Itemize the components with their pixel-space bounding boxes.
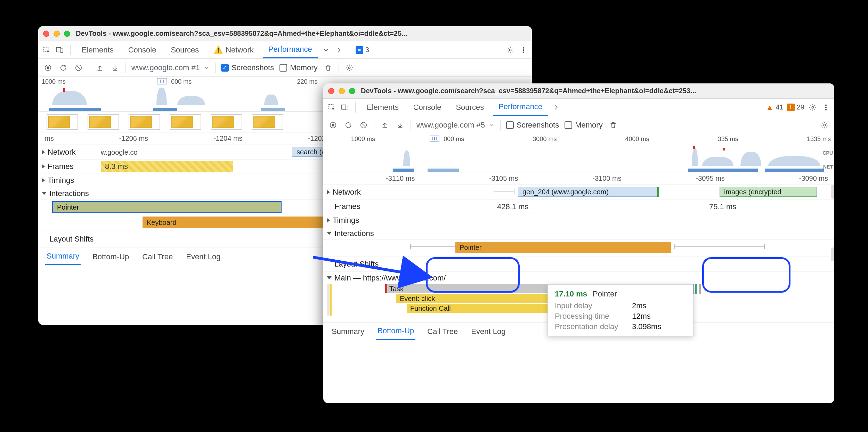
close-icon[interactable] — [43, 31, 49, 37]
more-tabs-icon[interactable] — [551, 103, 561, 112]
svg-point-10 — [348, 67, 350, 69]
settings-icon[interactable] — [505, 45, 515, 55]
kebab-icon[interactable] — [519, 45, 528, 55]
memory-checkbox[interactable]: Memory — [565, 121, 602, 130]
interaction-pointer-row[interactable]: Pointer — [323, 240, 834, 256]
btab-bottom-up[interactable]: Bottom-Up — [376, 323, 415, 340]
disclosure-icon[interactable] — [327, 276, 332, 279]
tab-elements[interactable]: Elements — [361, 99, 404, 116]
overflow-tabs-icon[interactable] — [321, 45, 331, 55]
disclosure-icon[interactable] — [42, 192, 47, 195]
message-icon: = — [356, 46, 363, 54]
tab-network[interactable]: ⚠️Network — [208, 41, 259, 58]
track-main-header[interactable]: Main — https://www.google.com/ — [323, 272, 834, 284]
btab-event-log[interactable]: Event Log — [185, 248, 222, 265]
disclosure-icon[interactable] — [42, 164, 45, 169]
marker-icon — [693, 146, 695, 149]
upload-icon[interactable] — [380, 120, 390, 130]
more-tabs-icon[interactable] — [334, 45, 344, 55]
disclosure-icon[interactable] — [327, 232, 332, 235]
btab-summary[interactable]: Summary — [330, 323, 366, 340]
interaction-pointer-pill[interactable]: Pointer — [52, 201, 282, 213]
filmstrip-frame[interactable] — [211, 114, 242, 130]
reload-record-icon[interactable] — [343, 120, 353, 130]
interaction-keyboard-pill[interactable]: Keyboard — [143, 217, 334, 228]
overview-minimap[interactable]: 1000 ms 000 ms 3000 ms 4000 ms 335 ms 13… — [323, 134, 834, 172]
filmstrip-frame[interactable] — [88, 114, 119, 130]
download-icon[interactable] — [395, 120, 405, 130]
recording-select[interactable]: www.google.com #5 — [416, 121, 495, 130]
btab-bottom-up[interactable]: Bottom-Up — [91, 248, 130, 265]
performance-toolbar: www.google.com #5 Screenshots Memory — [323, 116, 834, 134]
btab-call-tree[interactable]: Call Tree — [141, 248, 174, 265]
inspect-icon[interactable] — [42, 45, 51, 55]
device-toggle-icon[interactable] — [340, 103, 350, 112]
track-network[interactable]: Network gen_204 (www.google.com) images … — [323, 185, 834, 199]
titlebar[interactable]: DevTools - www.google.com/search?sca_esv… — [323, 83, 834, 99]
errors-badge[interactable]: ! 29 — [787, 103, 804, 111]
tab-elements[interactable]: Elements — [76, 41, 119, 58]
trash-icon[interactable] — [608, 120, 618, 130]
viewport-handle[interactable] — [430, 136, 439, 142]
zoom-icon[interactable] — [349, 88, 355, 94]
track-interactions-header[interactable]: Interactions — [323, 227, 834, 240]
trash-icon[interactable] — [323, 63, 333, 73]
btab-summary[interactable]: Summary — [45, 248, 81, 265]
interaction-pointer-pill[interactable]: Pointer — [455, 242, 671, 253]
clear-icon[interactable] — [74, 63, 83, 73]
disclosure-icon[interactable] — [42, 178, 45, 183]
filmstrip-frame[interactable] — [170, 114, 201, 130]
recording-select[interactable]: www.google.com #1 — [131, 63, 210, 72]
network-pill[interactable]: images (encrypted — [720, 187, 817, 197]
reload-record-icon[interactable] — [58, 63, 68, 73]
panel-tabs: Elements Console Sources Performance ▲ 4… — [323, 99, 834, 116]
frames-bar[interactable]: 8.3 ms — [101, 161, 233, 172]
tab-performance[interactable]: Performance — [263, 41, 318, 58]
warnings-badge[interactable]: ▲ 41 — [766, 103, 784, 111]
track-frames[interactable]: Frames 428.1 ms 75.1 ms — [323, 199, 834, 213]
viewport-handle[interactable] — [157, 78, 167, 84]
device-toggle-icon[interactable] — [55, 45, 65, 55]
tab-sources[interactable]: Sources — [450, 99, 489, 116]
capture-settings-icon[interactable] — [344, 63, 354, 73]
record-button[interactable] — [43, 63, 53, 73]
capture-settings-icon[interactable] — [820, 120, 829, 130]
inspect-icon[interactable] — [327, 103, 336, 112]
disclosure-icon[interactable] — [42, 150, 45, 155]
gutter-stripe — [330, 284, 332, 316]
tab-console[interactable]: Console — [408, 99, 447, 116]
btab-call-tree[interactable]: Call Tree — [426, 323, 459, 340]
tab-console[interactable]: Console — [123, 41, 162, 58]
tab-sources[interactable]: Sources — [165, 41, 204, 58]
record-button[interactable] — [328, 120, 338, 130]
messages-badge[interactable]: = 3 — [356, 46, 369, 54]
minimize-icon[interactable] — [54, 31, 60, 37]
scrollbar-thumb[interactable] — [831, 247, 834, 261]
kebab-icon[interactable] — [821, 103, 831, 112]
memory-checkbox[interactable]: Memory — [279, 63, 317, 72]
tab-performance[interactable]: Performance — [493, 99, 548, 116]
filmstrip-frame[interactable] — [47, 114, 78, 130]
marker-icon — [63, 88, 65, 92]
network-pill[interactable]: gen_204 (www.google.com) — [518, 187, 657, 197]
disclosure-icon[interactable] — [327, 218, 330, 223]
track-layout-shifts[interactable]: Layout Shifts — [323, 256, 834, 272]
disclosure-icon[interactable] — [327, 190, 330, 195]
clear-icon[interactable] — [359, 120, 368, 130]
upload-icon[interactable] — [95, 63, 105, 73]
close-icon[interactable] — [328, 88, 334, 94]
screenshots-checkbox[interactable]: Screenshots — [221, 63, 274, 72]
download-icon[interactable] — [110, 63, 120, 73]
svg-point-6 — [523, 51, 524, 52]
cpu-activity-hump — [264, 95, 278, 105]
screenshots-checkbox[interactable]: Screenshots — [506, 121, 559, 130]
time-ruler[interactable]: -3110 ms -3105 ms -3100 ms -3095 ms -309… — [323, 172, 834, 185]
track-timings[interactable]: Timings — [323, 213, 834, 227]
settings-icon[interactable] — [808, 103, 818, 112]
filmstrip-frame[interactable] — [129, 114, 160, 130]
zoom-icon[interactable] — [64, 31, 70, 37]
minimize-icon[interactable] — [339, 88, 345, 94]
titlebar[interactable]: DevTools - www.google.com/search?sca_esv… — [38, 26, 532, 41]
filmstrip-frame[interactable] — [252, 114, 283, 130]
btab-event-log[interactable]: Event Log — [470, 323, 507, 340]
